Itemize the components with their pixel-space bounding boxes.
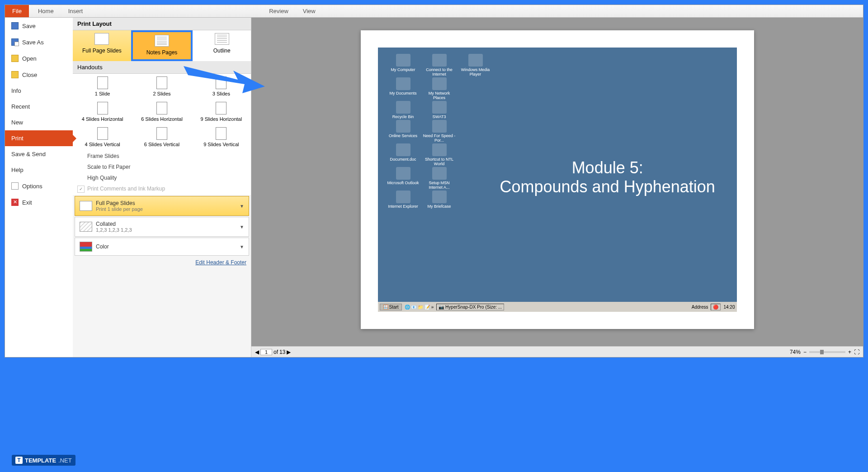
tray-icon: 🔴	[711, 304, 721, 310]
nav-exit[interactable]: ✕Exit	[5, 194, 73, 210]
handout-9v[interactable]: 9 Slides Vertical	[192, 124, 251, 150]
edit-header-footer-link[interactable]: Edit Header & Footer	[73, 257, 251, 268]
setting-collated-sub: 1,2,3 1,2,3 1,2,3	[96, 227, 240, 233]
nav-options[interactable]: Options	[5, 178, 73, 194]
taskbar-app: 📷 HyperSnap-DX Pro (Size: ...	[436, 304, 504, 310]
setting-full-page-slides[interactable]: Full Page Slides Print 1 slide per page …	[75, 196, 249, 216]
dropdown-arrow-icon: ▼	[240, 244, 244, 249]
fit-to-window-button[interactable]: ⛶	[854, 349, 859, 355]
handout-6h-label: 6 Slides Horizontal	[141, 116, 183, 122]
windows-taskbar: 🪟 Start 🌐 📧 📁 📝 » 📷 HyperSnap-DX Pro (Si…	[378, 302, 737, 312]
zoom-slider[interactable]	[809, 351, 845, 353]
icon-swat: SWAT3	[422, 101, 457, 119]
nav-options-label: Options	[22, 183, 42, 190]
handout-2-icon	[156, 76, 167, 89]
icon-network: My Network Places	[422, 77, 457, 100]
handout-1-slide[interactable]: 1 Slide	[73, 74, 132, 99]
nav-print[interactable]: Print	[5, 130, 73, 146]
icon-wmp: Windows Media Player	[458, 54, 493, 76]
layout-full-page-label: Full Page Slides	[82, 48, 122, 54]
handout-6v-label: 6 Slides Vertical	[144, 142, 179, 147]
print-preview-pane: My Computer Connect to the Internet Wind…	[251, 18, 863, 357]
icon-my-docs: My Documents	[386, 77, 420, 100]
nav-new[interactable]: New	[5, 114, 73, 130]
ribbon-tab-bar: File Home Insert Review View	[5, 5, 863, 18]
tab-insert[interactable]: Insert	[61, 5, 90, 17]
next-page-button[interactable]: ▶	[287, 349, 291, 355]
page-number-input[interactable]	[260, 349, 272, 355]
check-frame-slides[interactable]: Frame Slides	[73, 151, 251, 162]
nav-save-as[interactable]: Save As	[5, 34, 73, 50]
handout-9v-label: 9 Slides Vertical	[203, 142, 239, 147]
setting-color-text: Color	[96, 243, 240, 250]
handout-3-icon	[216, 76, 226, 89]
options-icon	[11, 182, 19, 190]
tab-home[interactable]: Home	[31, 5, 61, 17]
nav-open[interactable]: Open	[5, 50, 73, 67]
print-options: Frame Slides Scale to Fit Paper High Qua…	[73, 150, 251, 195]
nav-info[interactable]: Info	[5, 83, 73, 99]
nav-save[interactable]: Save	[5, 18, 73, 34]
icon-ntl: Shortcut to NTL World	[422, 143, 457, 166]
icon-nfs: Need For Speed - Por...	[422, 120, 457, 143]
nav-help[interactable]: Help	[5, 162, 73, 178]
handout-9h[interactable]: 9 Slides Horizontal	[192, 99, 251, 124]
setting-collated[interactable]: Collated 1,2,3 1,2,3 1,2,3 ▼	[75, 217, 249, 237]
layout-notes-pages[interactable]: Notes Pages	[131, 30, 193, 61]
nav-open-label: Open	[22, 55, 37, 62]
close-icon	[11, 71, 19, 78]
layout-full-page-slides[interactable]: Full Page Slides	[73, 30, 131, 61]
desktop-icons-group: My Computer Connect to the Internet Wind…	[386, 54, 493, 209]
handout-9h-label: 9 Slides Horizontal	[200, 116, 242, 122]
nav-save-label: Save	[22, 23, 36, 29]
handout-4v-icon	[97, 127, 108, 140]
dropdown-arrow-icon: ▼	[240, 204, 244, 209]
tab-view[interactable]: View	[296, 5, 323, 17]
check-scale-fit[interactable]: Scale to Fit Paper	[73, 162, 251, 172]
setting-fps-title: Full Page Slides	[96, 200, 240, 206]
icon-recycle: Recycle Bin	[386, 101, 420, 119]
powerpoint-window: File Home Insert Review View Save Save A…	[5, 5, 863, 358]
nav-exit-label: Exit	[22, 199, 32, 206]
layout-notes-label: Notes Pages	[146, 49, 178, 56]
zoom-out-button[interactable]: −	[803, 349, 807, 355]
tab-review[interactable]: Review	[262, 5, 296, 17]
setting-fps-icon	[80, 201, 92, 211]
open-icon	[11, 55, 19, 62]
print-layout-panel: Print Layout Full Page Slides Notes Page…	[73, 18, 251, 357]
quicklaunch-icons: 🌐 📧 📁 📝 »	[405, 305, 434, 310]
start-button: 🪟 Start	[380, 304, 402, 310]
nav-save-send[interactable]: Save & Send	[5, 146, 73, 162]
handout-2-label: 2 Slides	[153, 91, 170, 96]
prev-page-button[interactable]: ◀	[255, 349, 259, 355]
handout-4h-label: 4 Slides Horizontal	[82, 116, 123, 122]
system-tray: Address 🔴 14:20	[692, 304, 735, 310]
setting-fps-sub: Print 1 slide per page	[96, 206, 240, 212]
address-label: Address	[692, 305, 708, 310]
layout-outline[interactable]: Outline	[193, 30, 251, 61]
tab-file[interactable]: File	[5, 5, 29, 17]
handout-3-slides[interactable]: 3 Slides	[192, 74, 251, 99]
handout-6v[interactable]: 6 Slides Vertical	[132, 124, 191, 150]
nav-recent[interactable]: Recent	[5, 99, 73, 114]
handout-4v[interactable]: 4 Slides Vertical	[73, 124, 132, 150]
nav-close[interactable]: Close	[5, 67, 73, 83]
handout-1-icon	[97, 76, 108, 89]
of-label: of	[274, 349, 278, 355]
handout-2-slides[interactable]: 2 Slides	[132, 74, 191, 99]
handout-3-label: 3 Slides	[212, 91, 230, 96]
check-high-quality[interactable]: High Quality	[73, 172, 251, 183]
handout-6h[interactable]: 6 Slides Horizontal	[132, 99, 191, 124]
exit-icon: ✕	[11, 199, 19, 206]
zoom-in-button[interactable]: +	[848, 349, 851, 355]
icon-online: Online Services	[386, 120, 420, 143]
handout-6h-icon	[156, 102, 167, 114]
notes-pages-icon	[155, 35, 169, 47]
icon-my-computer: My Computer	[386, 54, 420, 76]
handout-4h[interactable]: 4 Slides Horizontal	[73, 99, 132, 124]
check-comments-ink: Print Comments and Ink Markup	[73, 183, 251, 194]
setting-color[interactable]: Color ▼	[75, 238, 249, 256]
handout-1-label: 1 Slide	[95, 91, 110, 96]
setting-collated-text: Collated 1,2,3 1,2,3 1,2,3	[96, 221, 240, 233]
handouts-header: Handouts	[73, 61, 251, 74]
